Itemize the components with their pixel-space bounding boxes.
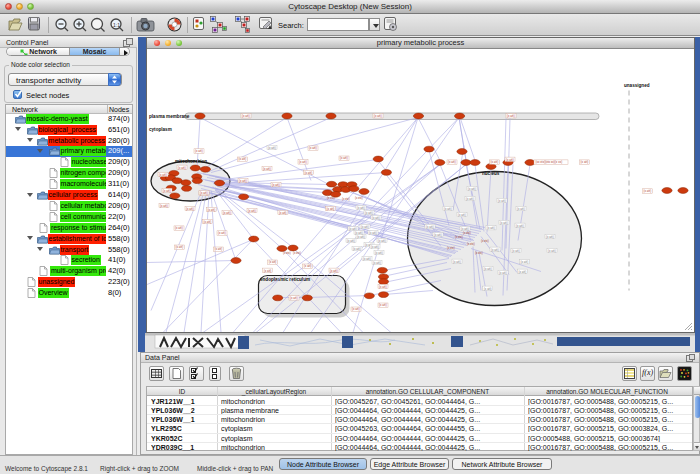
svg-text:(x att): (x att) <box>498 199 506 203</box>
svg-text:(x att): (x att) <box>517 207 525 211</box>
svg-text:(x att): (x att) <box>186 207 194 211</box>
svg-text:(x att): (x att) <box>239 179 247 183</box>
svg-text:(x att): (x att) <box>248 209 256 213</box>
svg-text:(x att): (x att) <box>218 231 226 235</box>
svg-text:(x att): (x att) <box>426 225 434 229</box>
svg-text:(x att): (x att) <box>500 221 508 225</box>
svg-text:(x att): (x att) <box>468 187 476 191</box>
svg-text:(x att): (x att) <box>548 249 556 253</box>
svg-text:(x att): (x att) <box>264 269 272 273</box>
svg-text:(xx xtx)(xtx xx)(x xx): (xx xtx)(xtx xx)(x xx) <box>536 160 563 164</box>
svg-text:(x att): (x att) <box>347 239 355 243</box>
svg-text:(x att): (x att) <box>357 206 365 210</box>
svg-text:plasma membrane: plasma membrane <box>149 114 190 119</box>
svg-text:(x att): (x att) <box>304 264 312 268</box>
svg-text:(x att): (x att) <box>195 149 203 153</box>
svg-text:(x att): (x att) <box>159 173 167 177</box>
svg-text:(x att): (x att) <box>363 257 371 261</box>
svg-text:(x att): (x att) <box>374 114 382 118</box>
svg-text:(x att): (x att) <box>484 267 492 271</box>
svg-text:(x att): (x att) <box>371 245 379 249</box>
svg-text:(x att): (x att) <box>175 226 183 230</box>
svg-text:(x att): (x att) <box>268 146 276 150</box>
svg-text:(x xtx): (x xtx) <box>283 251 291 255</box>
svg-text:(x att): (x att) <box>290 296 298 300</box>
svg-text:(x att): (x att) <box>353 247 361 251</box>
svg-text:(x att): (x att) <box>200 191 208 195</box>
svg-text:(x att): (x att) <box>373 261 381 265</box>
svg-text:(x xtx): (x xtx) <box>293 251 301 255</box>
svg-text:(x att): (x att) <box>519 270 527 274</box>
svg-text:(x att): (x att) <box>369 231 377 235</box>
svg-text:(x att): (x att) <box>355 231 363 235</box>
svg-text:(x att): (x att) <box>379 303 387 307</box>
svg-text:(x att): (x att) <box>163 189 171 193</box>
svg-text:(x att): (x att) <box>178 166 186 170</box>
svg-text:(x att): (x att) <box>521 260 529 264</box>
svg-text:(x xtx): (x xtx) <box>447 246 455 250</box>
svg-text:(x att): (x att) <box>357 235 365 239</box>
svg-text:(x att): (x att) <box>379 285 387 289</box>
svg-text:(x xtx): (x xtx) <box>467 242 475 246</box>
svg-text:(x att): (x att) <box>204 220 212 224</box>
svg-text:(x att): (x att) <box>215 247 223 251</box>
svg-text:unassigned: unassigned <box>624 83 650 88</box>
svg-text:(x att): (x att) <box>546 235 554 239</box>
svg-text:(x att): (x att) <box>491 248 499 252</box>
svg-text:(x att): (x att) <box>499 271 507 275</box>
svg-text:(x att): (x att) <box>507 114 515 118</box>
svg-text:(x att): (x att) <box>484 287 492 291</box>
svg-text:(x att): (x att) <box>327 207 335 211</box>
svg-text:(x att): (x att) <box>461 227 469 231</box>
svg-text:mitochondrion: mitochondrion <box>175 159 207 164</box>
svg-text:(x att): (x att) <box>372 216 380 220</box>
svg-text:(x att): (x att) <box>434 233 442 237</box>
svg-text:(x att): (x att) <box>644 189 652 193</box>
svg-text:(x xtx): (x xtx) <box>455 235 463 239</box>
svg-text:(x att): (x att) <box>208 208 216 212</box>
svg-text:(x att): (x att) <box>512 249 520 253</box>
svg-text:(x att): (x att) <box>466 197 474 201</box>
svg-text:(x xtx): (x xtx) <box>463 231 471 235</box>
svg-text:(x att): (x att) <box>263 167 271 171</box>
svg-text:(x att): (x att) <box>378 239 386 243</box>
svg-text:(x att): (x att) <box>176 245 184 249</box>
svg-text:(x att): (x att) <box>279 211 287 215</box>
svg-text:(x att): (x att) <box>223 211 231 215</box>
svg-text:(x att): (x att) <box>299 160 307 164</box>
svg-text:(x att): (x att) <box>352 307 360 311</box>
svg-text:cytoplasm: cytoplasm <box>149 127 172 132</box>
svg-text:(x att): (x att) <box>361 225 369 229</box>
svg-text:(x att): (x att) <box>444 207 452 211</box>
svg-text:(x att): (x att) <box>453 260 461 264</box>
svg-text:(x att): (x att) <box>491 160 499 164</box>
svg-text:(x att): (x att) <box>581 160 589 164</box>
svg-text:(x xtx): (x xtx) <box>475 251 483 255</box>
svg-text:(x xtx): (x xtx) <box>342 197 350 201</box>
svg-text:(x att): (x att) <box>305 171 313 175</box>
svg-text:endoplasmic reticulum: endoplasmic reticulum <box>260 277 310 282</box>
svg-text:(x att): (x att) <box>242 114 250 118</box>
svg-text:(x att): (x att) <box>516 224 524 228</box>
svg-text:(x att): (x att) <box>365 211 373 215</box>
svg-text:(x att): (x att) <box>458 213 466 217</box>
svg-text:(x att): (x att) <box>239 157 247 161</box>
svg-text:(x att): (x att) <box>375 251 383 255</box>
svg-text:(x att): (x att) <box>340 156 348 160</box>
svg-text:(x att): (x att) <box>269 260 277 264</box>
svg-text:(x att): (x att) <box>506 158 514 162</box>
svg-text:(x att): (x att) <box>309 146 317 150</box>
svg-text:(x att): (x att) <box>330 269 338 273</box>
svg-text:(x xtx): (x xtx) <box>355 196 363 200</box>
svg-text:(x xtx): (x xtx) <box>327 196 335 200</box>
svg-text:(x att): (x att) <box>487 226 495 230</box>
svg-text:(x att): (x att) <box>448 160 456 164</box>
svg-text:(x att): (x att) <box>272 183 280 187</box>
svg-text:(x xtx): (x xtx) <box>481 239 489 243</box>
svg-text:(x att): (x att) <box>160 204 168 208</box>
